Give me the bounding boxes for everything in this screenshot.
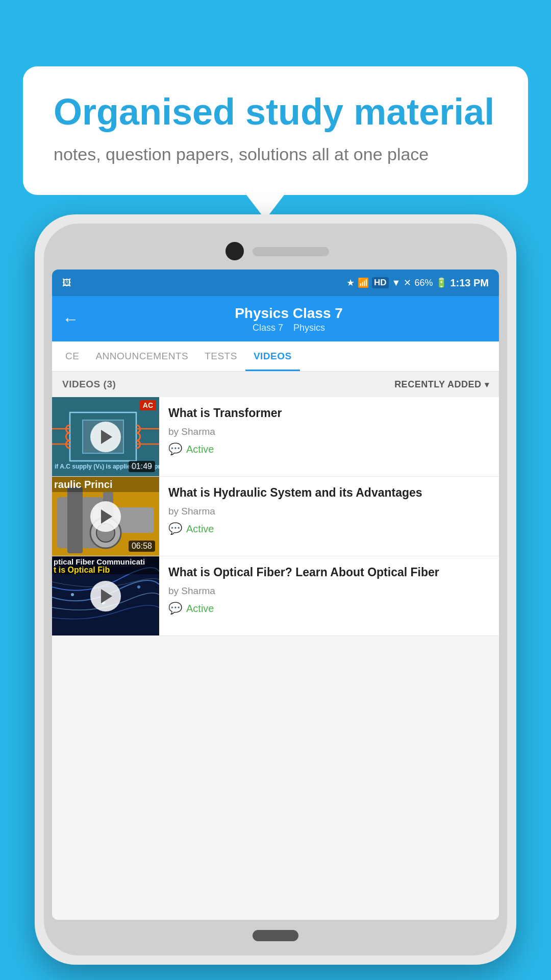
ac-badge: AC (140, 400, 156, 410)
video-info-hydraulic: What is Hydraulic System and its Advanta… (159, 477, 499, 556)
active-status: Active (186, 444, 214, 455)
back-button[interactable]: ← (62, 310, 79, 329)
app-title: Physics Class 7 (89, 305, 489, 322)
active-status-h: Active (186, 523, 214, 535)
tab-videos[interactable]: VIDEOS (245, 341, 300, 371)
videos-header: VIDEOS (3) RECENTLY ADDED ▾ (52, 372, 499, 397)
tab-tests[interactable]: TESTS (196, 341, 245, 371)
video-status-transformer: 💬 Active (168, 443, 490, 456)
video-item-hydraulic[interactable]: raulic Princi 06:58 What is Hydraulic Sy… (52, 477, 499, 556)
app-subtitle: Class 7 Physics (89, 323, 489, 333)
phone-screen: 🖼 ★ 📶 HD ▼ ✕ 66% 🔋 1:13 PM ← Physics Cla… (52, 270, 499, 920)
play-icon (101, 430, 112, 444)
svg-text:t is Optical Fib: t is Optical Fib (54, 566, 110, 574)
video-info-optical: What is Optical Fiber? Learn About Optic… (159, 556, 499, 635)
video-title-transformer: What is Transformer (168, 405, 490, 421)
status-time: 1:13 PM (450, 277, 489, 289)
video-author-optical: by Sharma (168, 585, 490, 597)
svg-point-20 (137, 585, 140, 589)
home-button[interactable] (253, 930, 298, 941)
play-icon-o (101, 589, 112, 603)
active-status-o: Active (186, 603, 214, 615)
chat-icon-h: 💬 (168, 522, 182, 535)
play-icon-h (101, 509, 112, 524)
status-bar: 🖼 ★ 📶 HD ▼ ✕ 66% 🔋 1:13 PM (52, 270, 499, 296)
app-header: ← Physics Class 7 Class 7 Physics (52, 296, 499, 341)
play-button-optical[interactable] (90, 581, 121, 611)
video-info-transformer: What is Transformer by Sharma 💬 Active (159, 397, 499, 476)
svg-text:raulic Princi: raulic Princi (54, 479, 113, 490)
phone-device: 🖼 ★ 📶 HD ▼ ✕ 66% 🔋 1:13 PM ← Physics Cla… (35, 214, 516, 965)
tab-announcements[interactable]: ANNOUNCEMENTS (87, 341, 196, 371)
video-title-hydraulic: What is Hydraulic System and its Advanta… (168, 485, 490, 501)
subtitle-subject: Physics (293, 323, 325, 333)
photo-icon: 🖼 (62, 278, 71, 288)
phone-inner: 🖼 ★ 📶 HD ▼ ✕ 66% 🔋 1:13 PM ← Physics Cla… (44, 224, 507, 955)
svg-rect-10 (67, 487, 83, 553)
hydraulic-visual: raulic Princi 06:58 (52, 477, 159, 556)
svg-point-18 (71, 593, 74, 596)
transformer-visual: if A.C supply (V₁) is applied to the pri… (52, 397, 159, 476)
thumbnail-transformer: if A.C supply (V₁) is applied to the pri… (52, 397, 159, 476)
sort-label: RECENTLY ADDED (394, 379, 481, 390)
video-author-transformer: by Sharma (168, 426, 490, 437)
hd-label: HD (372, 277, 389, 288)
header-title-block: Physics Class 7 Class 7 Physics (89, 305, 489, 333)
bubble-subtitle: notes, question papers, solutions all at… (54, 142, 497, 167)
sort-button[interactable]: RECENTLY ADDED ▾ (394, 379, 489, 390)
tabs-bar: CE ANNOUNCEMENTS TESTS VIDEOS (52, 341, 499, 372)
optical-visual: ptical Fiber Communicati t is Optical Fi… (52, 556, 159, 635)
video-item-optical[interactable]: ptical Fiber Communicati t is Optical Fi… (52, 556, 499, 636)
speaker-grille (253, 247, 329, 256)
status-left-icons: 🖼 (62, 278, 73, 288)
video-author-hydraulic: by Sharma (168, 506, 490, 517)
video-duration-hydraulic: 06:58 (129, 541, 155, 552)
video-status-optical: 💬 Active (168, 602, 490, 615)
signal-icon: 📶 (358, 277, 369, 288)
thumbnail-hydraulic: raulic Princi 06:58 (52, 477, 159, 556)
video-list: if A.C supply (V₁) is applied to the pri… (52, 397, 499, 636)
thumbnail-optical: ptical Fiber Communicati t is Optical Fi… (52, 556, 159, 635)
status-right-info: ★ 📶 HD ▼ ✕ 66% 🔋 1:13 PM (346, 277, 489, 289)
chat-icon-o: 💬 (168, 602, 182, 615)
camera-lens (226, 242, 244, 260)
chat-icon: 💬 (168, 443, 182, 456)
video-item-transformer[interactable]: if A.C supply (V₁) is applied to the pri… (52, 397, 499, 477)
bluetooth-icon: ★ (346, 277, 355, 288)
svg-text:ptical Fiber Communicati: ptical Fiber Communicati (54, 557, 145, 566)
video-duration-transformer: 01:49 (129, 461, 155, 472)
battery-icon: 🔋 (436, 277, 447, 288)
battery-percent: 66% (414, 278, 433, 288)
speech-bubble-container: Organised study material notes, question… (23, 66, 528, 195)
bubble-title: Organised study material (54, 92, 497, 132)
tab-ce[interactable]: CE (57, 341, 87, 371)
network-icon: ✕ (404, 277, 411, 288)
video-title-optical: What is Optical Fiber? Learn About Optic… (168, 565, 490, 580)
play-button-transformer[interactable] (90, 422, 121, 452)
subtitle-class: Class 7 (253, 323, 283, 333)
videos-count: VIDEOS (3) (62, 379, 116, 390)
wifi-icon: ▼ (392, 278, 401, 288)
speech-bubble: Organised study material notes, question… (23, 66, 528, 195)
chevron-down-icon: ▾ (485, 380, 489, 389)
play-button-hydraulic[interactable] (90, 501, 121, 532)
video-status-hydraulic: 💬 Active (168, 522, 490, 535)
